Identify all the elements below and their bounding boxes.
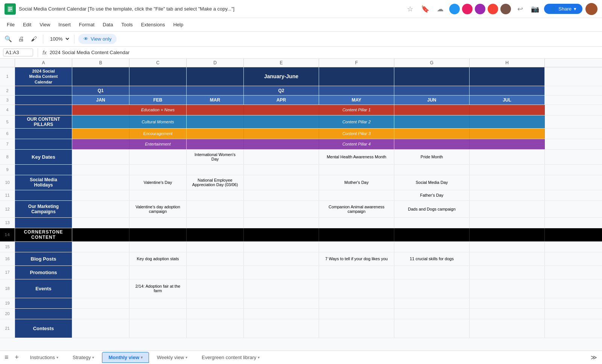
cell-c14[interactable] xyxy=(129,228,187,241)
cell-c15[interactable] xyxy=(129,242,187,252)
cell-b19[interactable] xyxy=(72,298,129,308)
cell-a18[interactable]: Events xyxy=(15,279,72,298)
cell-d4[interactable] xyxy=(187,105,244,115)
cell-h11[interactable] xyxy=(470,190,545,200)
cell-d7[interactable] xyxy=(187,139,244,149)
cell-b2[interactable]: Q1 xyxy=(72,86,129,95)
tab-strategy-dropdown[interactable]: ▾ xyxy=(92,355,94,359)
cell-e17[interactable] xyxy=(244,266,319,279)
cell-a17[interactable]: Promotions xyxy=(15,266,72,279)
cell-h21[interactable] xyxy=(470,319,545,338)
cell-c1[interactable] xyxy=(129,67,187,86)
cell-b14[interactable] xyxy=(72,228,129,241)
cell-f10[interactable]: Mother's Day xyxy=(319,175,394,190)
cell-reference[interactable] xyxy=(3,49,33,56)
cell-h4[interactable] xyxy=(470,105,545,115)
cell-d17[interactable] xyxy=(187,266,244,279)
cell-g4[interactable] xyxy=(394,105,470,115)
cell-g7[interactable] xyxy=(394,139,470,149)
cell-a12[interactable]: Our Marketing Campaigns xyxy=(15,201,72,217)
cell-b10[interactable] xyxy=(72,175,129,190)
cell-c20[interactable] xyxy=(129,309,187,319)
cell-g12[interactable]: Dads and Dogs campaign xyxy=(394,201,470,217)
cell-h18[interactable] xyxy=(470,279,545,298)
cell-f12[interactable]: Companion Animal awareness campaign xyxy=(319,201,394,217)
cell-d21[interactable] xyxy=(187,319,244,338)
cell-h19[interactable] xyxy=(470,298,545,308)
cell-b1[interactable] xyxy=(72,67,129,86)
tab-evergreen[interactable]: Evergreen content library ▾ xyxy=(195,352,266,363)
cell-f6[interactable]: Content Pillar 3 xyxy=(319,129,394,139)
cell-b16[interactable] xyxy=(72,252,129,265)
cell-b18[interactable] xyxy=(72,279,129,298)
add-sheet-button[interactable]: + xyxy=(12,352,22,363)
cell-a14[interactable]: CORNERSTONE CONTENT xyxy=(15,228,72,241)
search-icon[interactable]: 🔍 xyxy=(3,34,14,44)
cell-d1[interactable] xyxy=(187,67,244,86)
zoom-selector[interactable]: 100% xyxy=(47,35,70,43)
cell-d8[interactable]: International Women's Day xyxy=(187,150,244,164)
cell-e12[interactable] xyxy=(244,201,319,217)
cell-b3[interactable]: JAN xyxy=(72,96,129,105)
cell-b20[interactable] xyxy=(72,309,129,319)
cell-e19[interactable] xyxy=(244,298,319,308)
menu-help[interactable]: Help xyxy=(169,20,187,29)
tab-strategy[interactable]: Strategy ▾ xyxy=(66,352,100,363)
sheets-menu-icon[interactable]: ≡ xyxy=(3,352,10,363)
cell-b9[interactable] xyxy=(72,165,129,175)
cell-b11[interactable] xyxy=(72,190,129,200)
cell-f11[interactable] xyxy=(319,190,394,200)
menu-file[interactable]: File xyxy=(3,20,18,29)
cell-d3[interactable]: MAR xyxy=(187,96,244,105)
cell-c11[interactable] xyxy=(129,190,187,200)
cell-h1[interactable] xyxy=(470,67,545,86)
col-header-h[interactable]: H xyxy=(470,59,545,67)
cell-c16[interactable]: Key dog adoption stats xyxy=(129,252,187,265)
cell-f14[interactable] xyxy=(319,228,394,241)
cell-h20[interactable] xyxy=(470,309,545,319)
cell-h6[interactable] xyxy=(470,129,545,139)
bookmark-icon[interactable]: 🔖 xyxy=(419,3,431,15)
cell-d5[interactable] xyxy=(187,115,244,128)
cell-c13[interactable] xyxy=(129,218,187,228)
cell-e13[interactable] xyxy=(244,218,319,228)
menu-extensions[interactable]: Extensions xyxy=(137,20,169,29)
cell-f19[interactable] xyxy=(319,298,394,308)
cell-f1[interactable] xyxy=(319,67,394,86)
cell-c10[interactable]: Valentine's Day xyxy=(129,175,187,190)
collapse-sheets-icon[interactable]: ≫ xyxy=(588,352,599,363)
cell-a8[interactable]: Key Dates xyxy=(15,150,72,164)
tab-weekly-dropdown[interactable]: ▾ xyxy=(185,355,187,359)
cell-e10[interactable] xyxy=(244,175,319,190)
cell-c2[interactable] xyxy=(129,86,187,95)
cell-h12[interactable] xyxy=(470,201,545,217)
cell-h13[interactable] xyxy=(470,218,545,228)
cell-g6[interactable] xyxy=(394,129,470,139)
cell-f8[interactable]: Mental Health Awareness Month xyxy=(319,150,394,164)
cell-h9[interactable] xyxy=(470,165,545,175)
cell-g19[interactable] xyxy=(394,298,470,308)
cell-f9[interactable] xyxy=(319,165,394,175)
cell-d18[interactable] xyxy=(187,279,244,298)
col-header-a[interactable]: A xyxy=(15,59,72,67)
cell-a16[interactable]: Blog Posts xyxy=(15,252,72,265)
cell-h10[interactable] xyxy=(470,175,545,190)
cell-a15[interactable] xyxy=(15,242,72,252)
cell-d20[interactable] xyxy=(187,309,244,319)
cell-e6[interactable] xyxy=(244,129,319,139)
cell-f20[interactable] xyxy=(319,309,394,319)
cell-a3[interactable] xyxy=(15,96,72,105)
cell-f16[interactable]: 7 Ways to tell if your dog likes you xyxy=(319,252,394,265)
col-header-d[interactable]: D xyxy=(187,59,244,67)
cell-e1[interactable]: January-June xyxy=(244,67,319,86)
col-header-c[interactable]: C xyxy=(129,59,187,67)
cell-b6[interactable] xyxy=(72,129,129,139)
col-header-e[interactable]: E xyxy=(244,59,319,67)
cell-g10[interactable]: Social Media Day xyxy=(394,175,470,190)
cell-b8[interactable] xyxy=(72,150,129,164)
cell-f7[interactable]: Content Pillar 4 xyxy=(319,139,394,149)
cell-e14[interactable] xyxy=(244,228,319,241)
cell-d2[interactable] xyxy=(187,86,244,95)
cell-g13[interactable] xyxy=(394,218,470,228)
cell-g15[interactable] xyxy=(394,242,470,252)
